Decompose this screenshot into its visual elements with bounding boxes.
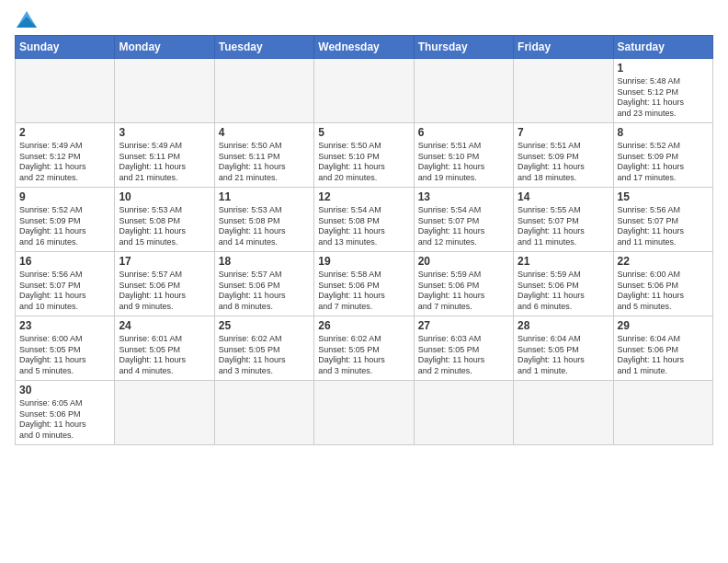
- calendar-cell: [115, 381, 214, 445]
- day-number: 29: [618, 319, 709, 332]
- day-info: Sunrise: 6:00 AM Sunset: 5:05 PM Dayligh…: [19, 334, 110, 377]
- calendar-cell: 10Sunrise: 5:53 AM Sunset: 5:08 PM Dayli…: [115, 188, 214, 252]
- week-row-2: 2Sunrise: 5:49 AM Sunset: 5:12 PM Daylig…: [16, 123, 713, 188]
- day-number: 10: [119, 190, 210, 203]
- weekday-header-saturday: Saturday: [613, 36, 712, 59]
- day-info: Sunrise: 6:03 AM Sunset: 5:05 PM Dayligh…: [418, 334, 509, 377]
- calendar-cell: 2Sunrise: 5:49 AM Sunset: 5:12 PM Daylig…: [16, 123, 115, 188]
- calendar-cell: 16Sunrise: 5:56 AM Sunset: 5:07 PM Dayli…: [16, 252, 115, 316]
- calendar-cell: 18Sunrise: 5:57 AM Sunset: 5:06 PM Dayli…: [214, 252, 313, 316]
- logo-icon: [17, 11, 37, 28]
- day-number: 2: [19, 126, 110, 139]
- calendar-cell: [214, 381, 313, 445]
- day-info: Sunrise: 5:57 AM Sunset: 5:06 PM Dayligh…: [219, 270, 310, 313]
- calendar-cell: 6Sunrise: 5:51 AM Sunset: 5:10 PM Daylig…: [414, 123, 513, 188]
- day-info: Sunrise: 5:57 AM Sunset: 5:06 PM Dayligh…: [119, 270, 210, 313]
- day-number: 14: [518, 190, 609, 203]
- calendar-cell: 30Sunrise: 6:05 AM Sunset: 5:06 PM Dayli…: [16, 381, 115, 445]
- day-number: 18: [219, 255, 310, 268]
- day-info: Sunrise: 5:49 AM Sunset: 5:12 PM Dayligh…: [19, 141, 110, 184]
- day-info: Sunrise: 5:52 AM Sunset: 5:09 PM Dayligh…: [618, 141, 709, 184]
- day-number: 12: [318, 190, 409, 203]
- day-number: 28: [518, 319, 609, 332]
- day-number: 23: [19, 319, 110, 332]
- week-row-3: 9Sunrise: 5:52 AM Sunset: 5:09 PM Daylig…: [16, 188, 713, 252]
- calendar-cell: 20Sunrise: 5:59 AM Sunset: 5:06 PM Dayli…: [414, 252, 513, 316]
- day-info: Sunrise: 5:56 AM Sunset: 5:07 PM Dayligh…: [618, 205, 709, 248]
- day-info: Sunrise: 6:01 AM Sunset: 5:05 PM Dayligh…: [119, 334, 210, 377]
- calendar-cell: 12Sunrise: 5:54 AM Sunset: 5:08 PM Dayli…: [314, 188, 414, 252]
- day-number: 15: [618, 190, 709, 203]
- day-info: Sunrise: 5:49 AM Sunset: 5:11 PM Dayligh…: [119, 141, 210, 184]
- calendar-cell: 24Sunrise: 6:01 AM Sunset: 5:05 PM Dayli…: [115, 316, 214, 381]
- calendar-table: SundayMondayTuesdayWednesdayThursdayFrid…: [15, 35, 713, 445]
- day-number: 7: [518, 126, 609, 139]
- day-number: 21: [518, 255, 609, 268]
- calendar-cell: 1Sunrise: 5:48 AM Sunset: 5:12 PM Daylig…: [613, 59, 712, 123]
- calendar-cell: [314, 59, 414, 123]
- calendar-cell: 9Sunrise: 5:52 AM Sunset: 5:09 PM Daylig…: [16, 188, 115, 252]
- day-number: 25: [219, 319, 310, 332]
- calendar-cell: 15Sunrise: 5:56 AM Sunset: 5:07 PM Dayli…: [613, 188, 712, 252]
- day-info: Sunrise: 6:00 AM Sunset: 5:06 PM Dayligh…: [618, 270, 709, 313]
- calendar-cell: [514, 59, 613, 123]
- week-row-4: 16Sunrise: 5:56 AM Sunset: 5:07 PM Dayli…: [16, 252, 713, 316]
- weekday-header-sunday: Sunday: [16, 36, 115, 59]
- day-number: 1: [618, 62, 709, 75]
- day-number: 30: [19, 384, 110, 396]
- day-info: Sunrise: 5:54 AM Sunset: 5:07 PM Dayligh…: [418, 205, 509, 248]
- weekday-header-thursday: Thursday: [414, 36, 513, 59]
- svg-marker-1: [17, 17, 37, 28]
- day-info: Sunrise: 6:02 AM Sunset: 5:05 PM Dayligh…: [318, 334, 409, 377]
- calendar-cell: 11Sunrise: 5:53 AM Sunset: 5:08 PM Dayli…: [214, 188, 313, 252]
- calendar-body: 1Sunrise: 5:48 AM Sunset: 5:12 PM Daylig…: [16, 59, 713, 445]
- day-info: Sunrise: 6:04 AM Sunset: 5:05 PM Dayligh…: [518, 334, 609, 377]
- day-number: 8: [618, 126, 709, 139]
- weekday-header-wednesday: Wednesday: [314, 36, 414, 59]
- calendar-cell: [115, 59, 214, 123]
- day-number: 9: [19, 190, 110, 203]
- calendar-cell: [214, 59, 313, 123]
- week-row-1: 1Sunrise: 5:48 AM Sunset: 5:12 PM Daylig…: [16, 59, 713, 123]
- day-info: Sunrise: 5:56 AM Sunset: 5:07 PM Dayligh…: [19, 270, 110, 313]
- calendar-cell: 13Sunrise: 5:54 AM Sunset: 5:07 PM Dayli…: [414, 188, 513, 252]
- day-info: Sunrise: 5:51 AM Sunset: 5:09 PM Dayligh…: [518, 141, 609, 184]
- day-number: 4: [219, 126, 310, 139]
- calendar-cell: 26Sunrise: 6:02 AM Sunset: 5:05 PM Dayli…: [314, 316, 414, 381]
- day-info: Sunrise: 5:50 AM Sunset: 5:10 PM Dayligh…: [318, 141, 409, 184]
- day-info: Sunrise: 6:05 AM Sunset: 5:06 PM Dayligh…: [19, 398, 110, 442]
- calendar-cell: 8Sunrise: 5:52 AM Sunset: 5:09 PM Daylig…: [613, 123, 712, 188]
- weekday-header-row: SundayMondayTuesdayWednesdayThursdayFrid…: [16, 36, 713, 59]
- weekday-header-friday: Friday: [514, 36, 613, 59]
- weekday-header-tuesday: Tuesday: [214, 36, 313, 59]
- calendar-cell: 7Sunrise: 5:51 AM Sunset: 5:09 PM Daylig…: [514, 123, 613, 188]
- calendar-cell: 27Sunrise: 6:03 AM Sunset: 5:05 PM Dayli…: [414, 316, 513, 381]
- day-number: 19: [318, 255, 409, 268]
- calendar-cell: [314, 381, 414, 445]
- page-header: [15, 15, 713, 28]
- day-number: 11: [219, 190, 310, 203]
- day-number: 26: [318, 319, 409, 332]
- day-number: 17: [119, 255, 210, 268]
- day-number: 6: [418, 126, 509, 139]
- day-info: Sunrise: 5:53 AM Sunset: 5:08 PM Dayligh…: [119, 205, 210, 248]
- calendar-cell: [16, 59, 115, 123]
- calendar-cell: 19Sunrise: 5:58 AM Sunset: 5:06 PM Dayli…: [314, 252, 414, 316]
- calendar-cell: [514, 381, 613, 445]
- day-number: 22: [618, 255, 709, 268]
- day-number: 5: [318, 126, 409, 139]
- week-row-5: 23Sunrise: 6:00 AM Sunset: 5:05 PM Dayli…: [16, 316, 713, 381]
- day-info: Sunrise: 5:48 AM Sunset: 5:12 PM Dayligh…: [618, 76, 709, 120]
- day-number: 13: [418, 190, 509, 203]
- day-info: Sunrise: 5:59 AM Sunset: 5:06 PM Dayligh…: [418, 270, 509, 313]
- calendar-cell: 29Sunrise: 6:04 AM Sunset: 5:06 PM Dayli…: [613, 316, 712, 381]
- calendar-cell: 23Sunrise: 6:00 AM Sunset: 5:05 PM Dayli…: [16, 316, 115, 381]
- calendar-cell: 22Sunrise: 6:00 AM Sunset: 5:06 PM Dayli…: [613, 252, 712, 316]
- day-number: 27: [418, 319, 509, 332]
- day-info: Sunrise: 5:59 AM Sunset: 5:06 PM Dayligh…: [518, 270, 609, 313]
- day-info: Sunrise: 5:55 AM Sunset: 5:07 PM Dayligh…: [518, 205, 609, 248]
- day-number: 3: [119, 126, 210, 139]
- day-info: Sunrise: 6:04 AM Sunset: 5:06 PM Dayligh…: [618, 334, 709, 377]
- calendar-cell: [414, 59, 513, 123]
- day-info: Sunrise: 5:58 AM Sunset: 5:06 PM Dayligh…: [318, 270, 409, 313]
